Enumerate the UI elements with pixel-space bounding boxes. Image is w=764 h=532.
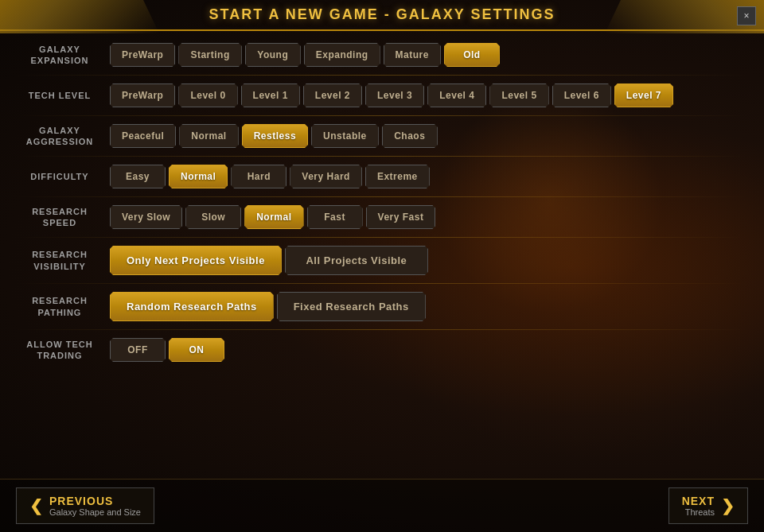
difficulty-row: DIFFICULTY Easy Normal Hard Very Hard Ex… — [16, 165, 748, 188]
galaxy-aggression-options: Peaceful Normal Restless Unstable Chaos — [110, 124, 438, 148]
galaxy-expansion-expanding[interactable]: Expanding — [304, 43, 380, 67]
galaxy-expansion-young[interactable]: Young — [245, 43, 301, 67]
previous-button[interactable]: ❮ PREVIOUS Galaxy Shape and Size — [16, 487, 154, 524]
visibility-next-only[interactable]: Only Next Projects Visible — [110, 246, 282, 275]
research-visibility-row: RESEARCHVISIBILITY Only Next Projects Vi… — [16, 246, 748, 275]
previous-text: PREVIOUS Galaxy Shape and Size — [49, 495, 141, 517]
tech-level-3[interactable]: Level 3 — [365, 83, 424, 107]
difficulty-normal[interactable]: Normal — [169, 165, 228, 188]
speed-very-fast[interactable]: Very Fast — [366, 205, 436, 229]
divider-7 — [16, 329, 748, 330]
speed-very-slow[interactable]: Very Slow — [110, 205, 182, 229]
research-pathing-label: RESEARCHPATHING — [16, 295, 103, 318]
visibility-all[interactable]: All Projects Visible — [285, 246, 428, 275]
galaxy-expansion-old[interactable]: Old — [444, 43, 500, 67]
galaxy-expansion-starting[interactable]: Starting — [178, 43, 241, 67]
trading-off[interactable]: OFF — [110, 338, 166, 362]
galaxy-expansion-row: GALAXYEXPANSION PreWarp Starting Young E… — [16, 43, 748, 67]
previous-sublabel: Galaxy Shape and Size — [49, 507, 141, 517]
speed-slow[interactable]: Slow — [185, 205, 241, 229]
difficulty-very-hard[interactable]: Very Hard — [290, 165, 362, 188]
tech-level-options: PreWarp Level 0 Level 1 Level 2 Level 3 … — [110, 83, 673, 107]
tech-level-7[interactable]: Level 7 — [614, 83, 673, 107]
trading-on[interactable]: ON — [169, 338, 224, 362]
tech-level-5[interactable]: Level 5 — [489, 83, 548, 107]
aggression-unstable[interactable]: Unstable — [311, 124, 379, 148]
pathing-fixed[interactable]: Fixed Research Paths — [277, 292, 426, 321]
speed-normal[interactable]: Normal — [244, 205, 303, 229]
next-label: NEXT — [682, 495, 715, 507]
divider-4 — [16, 196, 748, 197]
divider-2 — [16, 115, 748, 116]
difficulty-hard[interactable]: Hard — [231, 165, 286, 188]
tech-level-6[interactable]: Level 6 — [552, 83, 611, 107]
research-speed-options: Very Slow Slow Normal Fast Very Fast — [110, 205, 435, 229]
research-pathing-options: Random Research Paths Fixed Research Pat… — [110, 292, 426, 321]
research-visibility-options: Only Next Projects Visible All Projects … — [110, 246, 428, 275]
speed-fast[interactable]: Fast — [307, 205, 363, 229]
tech-trading-label: ALLOW TECHTRADING — [16, 339, 103, 362]
galaxy-expansion-label: GALAXYEXPANSION — [16, 44, 103, 67]
aggression-normal[interactable]: Normal — [179, 124, 238, 148]
divider-1 — [16, 75, 748, 76]
aggression-peaceful[interactable]: Peaceful — [110, 124, 176, 148]
tech-level-prewarp[interactable]: PreWarp — [110, 83, 175, 107]
next-text: NEXT Threats — [682, 495, 715, 517]
research-speed-row: RESEARCHSPEED Very Slow Slow Normal Fast… — [16, 205, 748, 229]
tech-trading-row: ALLOW TECHTRADING OFF ON — [16, 338, 748, 362]
aggression-chaos[interactable]: Chaos — [382, 124, 438, 148]
divider-6 — [16, 283, 748, 284]
tech-level-1[interactable]: Level 1 — [241, 83, 300, 107]
tech-level-row: TECH LEVEL PreWarp Level 0 Level 1 Level… — [16, 83, 748, 107]
research-speed-label: RESEARCHSPEED — [16, 206, 103, 229]
difficulty-label: DIFFICULTY — [16, 171, 103, 182]
galaxy-expansion-options: PreWarp Starting Young Expanding Mature … — [110, 43, 500, 67]
next-button[interactable]: NEXT Threats ❯ — [668, 487, 748, 524]
pathing-random[interactable]: Random Research Paths — [110, 292, 274, 321]
galaxy-expansion-prewarp[interactable]: PreWarp — [110, 43, 175, 67]
divider-5 — [16, 237, 748, 238]
tech-level-4[interactable]: Level 4 — [427, 83, 486, 107]
aggression-restless[interactable]: Restless — [242, 124, 308, 148]
header-decoration-left — [0, 0, 159, 33]
settings-content: GALAXYEXPANSION PreWarp Starting Young E… — [0, 31, 764, 479]
research-visibility-label: RESEARCHVISIBILITY — [16, 249, 103, 272]
header: START A NEW GAME - GALAXY SETTINGS × — [0, 0, 764, 31]
difficulty-options: Easy Normal Hard Very Hard Extreme — [110, 165, 430, 188]
next-sublabel: Threats — [682, 507, 715, 517]
previous-label: PREVIOUS — [49, 495, 141, 507]
tech-level-0[interactable]: Level 0 — [178, 83, 237, 107]
difficulty-easy[interactable]: Easy — [110, 165, 166, 188]
galaxy-aggression-row: GALAXYAGGRESSION Peaceful Normal Restles… — [16, 124, 748, 148]
difficulty-extreme[interactable]: Extreme — [365, 165, 430, 188]
next-arrow: ❯ — [721, 496, 735, 515]
close-button[interactable]: × — [737, 6, 756, 25]
tech-level-label: TECH LEVEL — [16, 90, 103, 101]
tech-trading-options: OFF ON — [110, 338, 224, 362]
previous-arrow: ❮ — [29, 496, 43, 515]
tech-level-2[interactable]: Level 2 — [303, 83, 362, 107]
page-title: START A NEW GAME - GALAXY SETTINGS — [209, 6, 555, 23]
research-pathing-row: RESEARCHPATHING Random Research Paths Fi… — [16, 292, 748, 321]
main-container: START A NEW GAME - GALAXY SETTINGS × GAL… — [0, 0, 764, 532]
footer: ❮ PREVIOUS Galaxy Shape and Size NEXT Th… — [0, 479, 764, 532]
divider-3 — [16, 156, 748, 157]
galaxy-expansion-mature[interactable]: Mature — [384, 43, 441, 67]
galaxy-aggression-label: GALAXYAGGRESSION — [16, 125, 103, 148]
